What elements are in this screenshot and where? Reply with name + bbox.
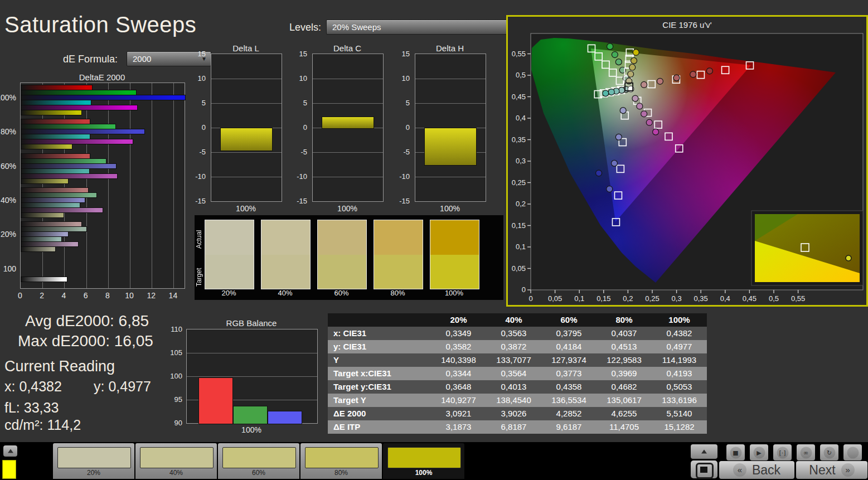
swatch-100% [430,220,479,289]
actual-row-label: Actual [195,221,203,258]
de-bar [21,110,82,115]
y-tick-label: -5 [403,148,410,156]
row-label-cell: ΔE 2000 [328,407,431,420]
value-cell: 3,1873 [431,420,486,434]
current-reading-label: Current Reading [4,358,115,375]
red-bar [198,377,233,424]
value-cell: 0,3648 [431,380,486,394]
cie-diagram: 00,050,10,150,20,250,30,350,40,450,50,55… [508,17,866,305]
x-tick-label: 4 [61,291,66,300]
single-measure-button[interactable]: [·] [773,444,792,460]
refresh-icon: ↻ [823,447,835,458]
header-cell: 20% [431,313,486,327]
row-label-cell: ΔE ITP [328,420,431,434]
svg-text:0,45: 0,45 [743,294,757,303]
tile-label: 80% [300,469,382,477]
cie-1976-panel[interactable]: CIE 1976 u'v' [506,15,868,307]
row-label-cell: y: CIE31 [328,340,431,353]
expand-up-button[interactable] [3,445,17,457]
value-cell: 0,3773 [541,367,597,380]
de-formula-label: dE Formula: [63,54,118,65]
svg-text:0,2: 0,2 [516,200,526,208]
x-tick-label: 8 [105,291,110,300]
delta-c-plot [312,54,384,202]
svg-text:0,3: 0,3 [672,294,682,303]
blue-bar [268,411,302,424]
levels-dropdown[interactable]: 20% Sweeps ▼ [326,20,521,35]
back-button[interactable]: « Back [719,461,794,479]
svg-text:0,25: 0,25 [512,178,526,187]
header-cell [328,313,431,327]
play-icon: ▶ [753,447,765,458]
value-cell: 9,6187 [541,420,597,434]
value-cell: 0,4358 [541,380,597,394]
svg-text:0,1: 0,1 [574,294,584,303]
actual-swatch [430,220,479,255]
table-row: Target Y140,9277138,4540136,5534135,0617… [328,394,707,407]
group-label: 100 [3,264,16,273]
swatch-label: 20% [205,289,253,297]
tile-swatch [305,447,379,468]
y-tick-label: -10 [399,172,410,181]
value-cell: 133,6196 [652,394,707,407]
svg-text:0,1: 0,1 [516,243,526,251]
svg-text:0,25: 0,25 [645,294,659,303]
value-cell: 3,9026 [486,407,541,420]
header-cell: 100% [652,313,707,327]
x-tick-label: 0 [18,291,22,300]
svg-text:0,35: 0,35 [512,135,526,144]
y-tick-label: 15 [198,50,206,58]
record-icon [847,447,859,458]
gridline [415,177,486,177]
de-bar [21,246,56,252]
collapse-panel-button[interactable] [691,444,717,459]
play-button[interactable]: ▶ [750,444,768,460]
gridline [211,177,282,177]
reading-cdm2: cd/m²: 114,2 [4,417,81,433]
actual-target-swatch-strip: Actual Target 20%40%60%80%100% [195,215,503,300]
y-tick-label: 15 [402,50,410,58]
value-cell: 140,9277 [431,394,486,407]
delta-l-x-label: 100% [211,204,281,213]
value-cell: 11,4705 [597,420,652,434]
y-tick-label: 95 [174,395,182,404]
actual-swatch [318,220,366,255]
refresh-button[interactable]: ↻ [820,444,838,460]
tile-label: 60% [218,469,299,477]
row-label-cell: Target x:CIE31 [328,367,431,380]
gridline [313,177,383,177]
table-row: ΔE 20003,09213,90264,28524,62555,5140 [328,407,707,420]
continuous-loop-button[interactable]: ∞ [797,444,815,460]
next-button[interactable]: Next » [796,461,867,479]
group-label: 40% [1,196,16,205]
stop-measure-button[interactable] [691,460,717,478]
gridline [86,83,87,288]
svg-text:0,4: 0,4 [720,294,730,303]
table-row: ΔE ITP3,18736,81879,618711,470515,1282 [328,420,707,434]
tile-swatch [140,447,214,468]
rgb-balance-chart: RGB Balance 1101051009590 100% [167,318,323,437]
rgb-balance-title: RGB Balance [186,318,317,328]
gridline [313,103,383,104]
level-tile-20%[interactable]: 20% [53,443,134,479]
delta-h-title: Delta H [415,43,485,53]
y-tick-label: -15 [297,197,307,205]
table-row: Y140,3398133,7077127,9374122,9583114,199… [328,353,707,367]
svg-text:0,55: 0,55 [791,294,805,303]
value-cell: 3,0921 [431,407,486,420]
stop-button[interactable]: ■ [726,444,745,460]
de-bar [21,178,69,184]
rgb-balance-x-label: 100% [186,425,317,434]
level-tile-60%[interactable]: 60% [218,443,299,479]
level-tile-80%[interactable]: 80% [300,443,382,479]
y-tick-label: -10 [297,172,307,181]
back-button-label: Back [752,463,780,478]
level-tile-40%[interactable]: 40% [135,443,217,479]
table-row: y: CIE310,35820,38720,41840,45130,4977 [328,340,707,353]
gridline [211,79,282,79]
svg-text:0: 0 [528,294,532,303]
record-button[interactable] [843,444,862,460]
stop-icon: ■ [730,447,741,458]
level-tile-100%[interactable]: 100% [383,443,464,479]
svg-text:0,4: 0,4 [516,114,526,122]
